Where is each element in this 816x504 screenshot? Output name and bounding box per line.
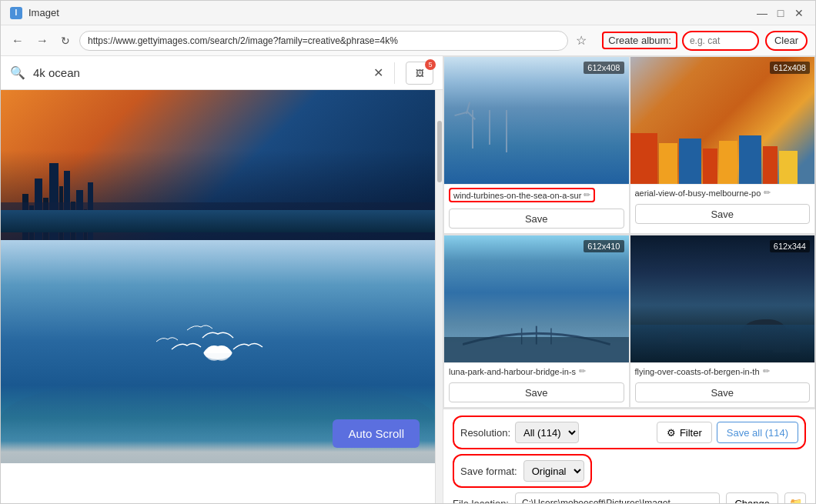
featured-image-bottom: Auto Scroll [1,240,435,463]
edit-icon-3[interactable]: ✏ [579,366,586,376]
title-bar: I Imaget — □ ✕ [1,1,815,25]
maximize-button[interactable]: □ [774,6,788,20]
search-icon: 🔍 [10,65,25,80]
batch-count-badge: 5 [425,59,436,70]
file-location-label: File location: [453,498,509,504]
image-thumb-1: 612x408 [444,57,629,184]
image-filename-1: wind-turbines-on-the-sea-on-a-sur ✏ [444,184,629,205]
app-window: I Imaget — □ ✕ ← → ↻ ☆ Create album: Cle… [0,0,816,504]
save-btn-row-4: Save [630,379,815,407]
batch-save-button[interactable]: 🖼 5 [406,62,433,85]
search-input[interactable] [33,66,366,79]
save-btn-row-3: Save [444,379,629,407]
save-btn-row-2: Save [630,201,815,229]
image-size-1: 612x408 [584,62,624,74]
image-thumb-4: 612x344 [630,235,815,362]
app-title: Imaget [28,7,749,18]
forward-button[interactable]: → [33,32,52,49]
album-input[interactable] [682,31,759,51]
filter-icon: ⚙ [667,427,676,439]
file-location-row: File location: Change 📁 [453,492,806,503]
resolution-row: Resolution: All (114) ⚙ Filter Save all … [453,416,806,449]
image-filename-3: luna-park-and-harbour-bridge-in-s ✏ [444,362,629,379]
save-format-label: Save format: [460,466,517,477]
filter-button[interactable]: ⚙ Filter [657,422,712,443]
format-row: Save format: Original [453,454,806,488]
save-btn-row-1: Save [444,205,629,233]
right-panel: 612x408 wind-turbines-on-the-sea-on-a-su… [443,56,815,503]
image-card-2: 612x408 aerial-view-of-busy-melbourne-po… [630,56,816,234]
window-controls: — □ ✕ [755,6,806,20]
edit-icon-1[interactable]: ✏ [584,190,590,200]
image-size-3: 612x410 [584,240,624,252]
clear-search-button[interactable]: ✕ [373,65,383,80]
bookmark-button[interactable]: ☆ [574,32,588,49]
close-button[interactable]: ✕ [792,6,806,20]
search-bar: 🔍 ✕ 🖼 5 [1,56,443,90]
browser-bar: ← → ↻ ☆ Create album: Clear [1,25,815,56]
image-filename-2: aerial-view-of-busy-melbourne-po ✏ [630,184,815,201]
image-card-4: 612x344 flying-over-coasts-of-bergen-in-… [630,235,816,408]
resolution-select[interactable]: All (114) [515,422,579,443]
main-content: 🔍 ✕ 🖼 5 [1,56,815,503]
save-button-4[interactable]: Save [635,382,811,402]
auto-scroll-button[interactable]: Auto Scroll [333,419,420,448]
minimize-button[interactable]: — [755,6,769,20]
save-button-2[interactable]: Save [635,204,811,224]
change-button[interactable]: Change [726,492,778,503]
back-button[interactable]: ← [8,32,27,49]
folder-button[interactable]: 📁 [784,492,806,503]
image-card-1: 612x408 wind-turbines-on-the-sea-on-a-su… [443,56,630,234]
save-button-1[interactable]: Save [449,209,624,229]
edit-icon-4[interactable]: ✏ [763,366,770,376]
batch-icon: 🖼 [416,68,424,78]
url-input[interactable] [79,31,568,51]
save-all-button[interactable]: Save all (114) [717,422,798,443]
image-filename-4: flying-over-coasts-of-bergen-in-th ✏ [630,362,815,379]
image-thumb-2: 612x408 [630,57,815,184]
edit-icon-2[interactable]: ✏ [764,188,771,198]
app-icon: I [10,7,22,19]
image-thumb-3: 612x410 [444,235,629,362]
bottom-controls: Resolution: All (114) ⚙ Filter Save all … [443,409,815,503]
left-panel: 🔍 ✕ 🖼 5 [1,56,443,503]
create-album-label: Create album: [602,32,677,49]
scroll-thumb[interactable] [437,121,442,182]
featured-image-top [1,90,435,240]
scroll-bar[interactable] [435,90,443,503]
refresh-button[interactable]: ↻ [58,33,73,48]
image-grid: Auto Scroll [1,90,435,503]
format-select[interactable]: Original [523,460,584,482]
image-card-3: 612x410 luna-park-and-harbour-bridge-in-… [443,235,630,408]
image-size-4: 612x344 [770,240,810,252]
file-location-input[interactable] [515,492,720,503]
create-album-area: Create album: [602,31,759,51]
clear-button[interactable]: Clear [765,31,808,51]
save-button-3[interactable]: Save [449,382,624,402]
resolution-label: Resolution: [460,427,510,439]
image-size-2: 612x408 [770,62,810,74]
